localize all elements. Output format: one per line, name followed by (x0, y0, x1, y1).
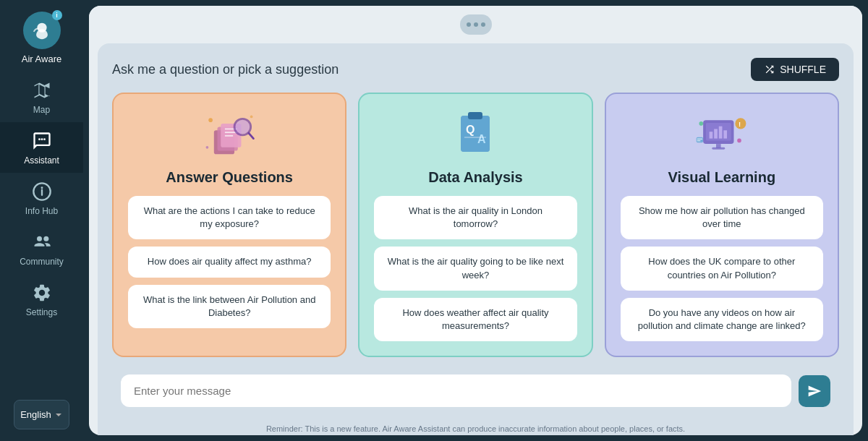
sidebar-item-assistant[interactable]: Assistant (0, 122, 83, 173)
sidebar: i Air Aware Map Assistant Info Hub Commu… (0, 0, 83, 441)
svg-line-16 (249, 133, 254, 139)
svg-point-40 (699, 121, 703, 126)
suggestion-uk-compare[interactable]: How does the UK compare to other countri… (621, 247, 823, 290)
card-suggestions-visual-learning: Show me how air pollution has changed ov… (621, 196, 823, 341)
answer-questions-illustration (200, 108, 258, 159)
card-title-visual-learning: Visual Learning (668, 169, 776, 186)
language-selector[interactable]: English (14, 400, 69, 429)
svg-point-6 (41, 187, 43, 189)
svg-rect-30 (719, 127, 723, 139)
card-visual-learning: ! Visual Learning Show me how air pollut… (605, 93, 839, 357)
top-bar (89, 6, 862, 43)
sidebar-item-map-label: Map (33, 105, 50, 115)
assistant-panel: Ask me a question or pick a suggestion S… (98, 43, 854, 435)
chat-input-area (121, 369, 830, 410)
svg-point-39 (737, 139, 741, 143)
card-icon-answer-questions (200, 108, 258, 159)
svg-point-1 (38, 138, 41, 140)
chevron-down-icon (54, 411, 63, 419)
svg-point-17 (208, 118, 213, 122)
send-button[interactable] (799, 375, 830, 407)
suggestion-reduce-exposure[interactable]: What are the actions I can take to reduc… (128, 196, 331, 239)
language-label: English (20, 409, 51, 420)
assistant-header: Ask me a question or pick a suggestion S… (112, 58, 839, 81)
svg-rect-22 (468, 112, 482, 119)
cards-container: Answer Questions What are the actions I … (112, 93, 839, 357)
svg-point-19 (206, 146, 209, 149)
svg-point-3 (43, 138, 46, 140)
settings-icon (30, 281, 54, 304)
shuffle-icon (764, 64, 775, 75)
disclaimer-text: Reminder: This is a new feature. Air Awa… (112, 421, 839, 435)
suggestion-london-tomorrow[interactable]: What is the air quality in London tomorr… (374, 196, 576, 239)
cloud-status-icon (460, 14, 492, 35)
card-title-data-analysis: Data Analysis (428, 169, 522, 186)
svg-text:A: A (477, 133, 486, 145)
data-analysis-illustration: Q A (450, 108, 501, 159)
svg-rect-33 (712, 147, 725, 150)
card-title-answer-questions: Answer Questions (166, 169, 293, 186)
svg-rect-37 (697, 139, 702, 140)
svg-rect-36 (697, 137, 703, 143)
suggestion-asthma[interactable]: How does air quality affect my asthma? (128, 247, 331, 277)
info-badge: i (52, 10, 62, 20)
svg-point-8 (43, 236, 48, 241)
air-aware-logo-icon (31, 20, 53, 41)
app-name-label: Air Aware (22, 53, 61, 64)
svg-point-2 (41, 138, 43, 140)
svg-rect-31 (723, 130, 727, 138)
suggestion-pollution-over-time[interactable]: Show me how air pollution has changed ov… (621, 196, 823, 239)
svg-rect-38 (697, 140, 700, 141)
info-hub-icon (30, 180, 54, 203)
svg-rect-28 (709, 132, 712, 138)
card-icon-visual-learning: ! (693, 108, 751, 159)
card-icon-data-analysis: Q A (446, 108, 504, 159)
chat-input[interactable] (121, 374, 791, 407)
send-icon (807, 384, 822, 398)
card-suggestions-answer-questions: What are the actions I can take to reduc… (128, 196, 331, 328)
svg-point-7 (37, 236, 42, 241)
sidebar-item-map[interactable]: Map (0, 72, 83, 122)
suggestion-weather-affect[interactable]: How does weather affect air quality meas… (374, 298, 576, 341)
map-icon (30, 79, 54, 102)
suggestion-climate-videos[interactable]: Do you have any videos on how air pollut… (621, 298, 823, 341)
logo-area[interactable]: i Air Aware (0, 6, 83, 72)
suggestion-diabetes[interactable]: What is the link between Air Pollution a… (128, 285, 331, 328)
sidebar-item-info-hub[interactable]: Info Hub (0, 173, 83, 223)
logo-circle: i (23, 12, 61, 49)
visual-learning-illustration: ! (693, 108, 751, 159)
suggestion-next-week[interactable]: What is the air quality going to be like… (374, 247, 576, 290)
svg-point-18 (250, 116, 253, 119)
svg-text:Q: Q (466, 124, 475, 136)
sidebar-item-settings[interactable]: Settings (0, 274, 83, 325)
sidebar-item-community-label: Community (20, 257, 64, 267)
card-data-analysis: Q A Data Analysis What is the air qualit… (358, 93, 592, 357)
main-content: Ask me a question or pick a suggestion S… (89, 6, 862, 435)
assistant-icon (30, 129, 54, 153)
shuffle-button[interactable]: SHUFFLE (751, 58, 839, 81)
shuffle-label: SHUFFLE (780, 64, 826, 75)
svg-text:!: ! (739, 120, 741, 128)
sidebar-item-community[interactable]: Community (0, 223, 83, 274)
svg-rect-29 (714, 129, 718, 138)
assistant-title: Ask me a question or pick a suggestion (112, 62, 339, 77)
card-answer-questions: Answer Questions What are the actions I … (112, 93, 346, 357)
sidebar-item-info-hub-label: Info Hub (25, 206, 58, 216)
community-icon (30, 231, 54, 254)
card-suggestions-data-analysis: What is the air quality in London tomorr… (374, 196, 576, 341)
sidebar-item-settings-label: Settings (26, 307, 57, 317)
sidebar-item-assistant-label: Assistant (24, 155, 59, 166)
